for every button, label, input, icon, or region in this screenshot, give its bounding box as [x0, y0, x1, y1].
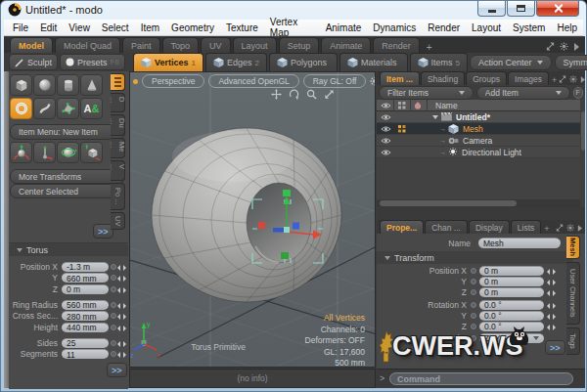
rotate-tool-button[interactable] [57, 142, 79, 163]
torus-mesh[interactable] [152, 128, 341, 302]
channel-dot-icon[interactable] [111, 313, 116, 319]
action-center-dropdown[interactable]: Action Center [470, 55, 552, 70]
side-tab-duplicate-1[interactable]: D ... [111, 93, 125, 112]
channel-dot-icon[interactable] [111, 264, 116, 270]
layout-tab-setup[interactable]: Setup [279, 37, 320, 53]
tab-display[interactable]: Display [469, 220, 510, 234]
tab-channels[interactable]: Chan ... [425, 220, 468, 234]
torus-section-header[interactable]: Torus [9, 243, 128, 256]
menu-dynamics[interactable]: Dynamics [367, 22, 422, 33]
mini-slider-icon[interactable] [117, 339, 126, 347]
layout-tab-render[interactable]: Render [373, 37, 420, 53]
position-y-field[interactable]: 660 mm [62, 273, 109, 283]
rotation-y-field[interactable]: 0.0 ° [479, 311, 544, 321]
mode-tab-polygons[interactable]: Polygons [269, 53, 338, 71]
viewport-tab-shading[interactable]: Advanced OpenGL [208, 74, 298, 88]
transform-section-header[interactable]: Transform [377, 251, 573, 264]
channel-dot-icon[interactable] [471, 289, 476, 295]
name-field[interactable]: Mesh [478, 238, 561, 248]
mini-slider-icon[interactable] [117, 285, 126, 293]
channel-dot-icon[interactable] [471, 335, 476, 341]
side-tab-vertex[interactable]: V ... [111, 160, 125, 181]
sculpt-button[interactable]: Sculpt [9, 54, 58, 70]
viewport-tab-perspective[interactable]: Perspective [142, 74, 204, 88]
item-row-camera[interactable]: → Camera [377, 135, 580, 147]
mini-slider-icon[interactable] [547, 288, 556, 296]
mini-slider-icon[interactable] [547, 301, 556, 309]
layout-tab-layout[interactable]: Layout [233, 37, 277, 53]
menu-system[interactable]: System [507, 22, 551, 33]
pen-polygon-tool-button[interactable] [57, 98, 79, 119]
side-tab-uv[interactable]: UV [111, 212, 125, 230]
render-grid-icon[interactable] [398, 125, 406, 133]
menu-edit[interactable]: Edit [34, 22, 63, 33]
item-row-scene[interactable]: Untitled* [377, 111, 580, 123]
eye-icon[interactable] [381, 137, 391, 145]
panel-menu-arrow-icon[interactable] [577, 225, 582, 232]
order-dropdown[interactable]: ZXY [479, 333, 544, 343]
gear-icon[interactable] [566, 224, 574, 232]
sides-field[interactable]: 25 [62, 338, 109, 348]
close-button[interactable] [536, 1, 579, 17]
gear-icon[interactable] [569, 75, 577, 83]
mini-slider-icon[interactable] [547, 312, 556, 320]
mode-tab-items[interactable]: Items5 [410, 53, 468, 71]
expand-panel-icon[interactable] [556, 224, 564, 232]
mini-slider-icon[interactable] [117, 301, 126, 309]
layout-tab-uv[interactable]: UV [201, 37, 231, 53]
channel-dot-icon[interactable] [471, 268, 476, 274]
zoom-icon[interactable] [306, 89, 317, 100]
expand-panel-icon[interactable] [546, 42, 555, 51]
segments-field[interactable]: 11 [62, 349, 109, 359]
cross-section-field[interactable]: 280 mm [62, 311, 109, 321]
tab-lists[interactable]: Lists [511, 220, 541, 234]
menu-layout[interactable]: Layout [466, 22, 507, 33]
mini-slider-icon[interactable] [117, 263, 126, 271]
viewport-state-dot-icon[interactable] [133, 79, 138, 84]
side-tab-mesh-edit[interactable]: Me ... [111, 138, 125, 158]
menu-view[interactable]: View [63, 22, 96, 33]
channel-dot-icon[interactable] [471, 279, 476, 284]
channel-dot-icon[interactable] [471, 302, 476, 308]
menu-animate[interactable]: Animate [320, 22, 368, 33]
menu-item[interactable]: Item [135, 22, 165, 33]
command-input[interactable] [389, 372, 573, 385]
position-z-field[interactable]: 0 m [479, 287, 544, 297]
mini-slider-icon[interactable] [117, 312, 126, 320]
menu-geometry[interactable]: Geometry [165, 22, 220, 33]
channel-dot-icon[interactable] [471, 313, 476, 319]
viewport-tab-raygl[interactable]: Ray GL: Off [303, 74, 367, 88]
expander-icon[interactable] [432, 115, 438, 119]
scrollbar-thumb[interactable] [581, 111, 585, 151]
cylinder-tool-button[interactable] [57, 74, 79, 96]
gear-icon[interactable] [560, 42, 568, 51]
text-tool-button[interactable]: A& [80, 98, 103, 119]
mode-tab-edges[interactable]: Edges2 [205, 53, 267, 71]
layout-tab-topo[interactable]: Topo [162, 37, 200, 53]
sphere-tool-button[interactable] [33, 74, 56, 96]
item-row-mesh[interactable]: → Mesh [377, 123, 580, 135]
presets-button[interactable]: Presets F6 [60, 54, 125, 70]
add-item-dropdown[interactable]: Add Item [476, 86, 570, 100]
channel-dot-icon[interactable] [111, 275, 116, 281]
tab-properties[interactable]: Prope... [380, 220, 424, 234]
ring-radius-field[interactable]: 560 mm [62, 300, 109, 310]
channel-dot-icon[interactable] [111, 302, 116, 308]
channel-dot-icon[interactable] [111, 340, 116, 346]
menu-file[interactable]: File [7, 22, 34, 33]
transform-tool-button[interactable] [80, 142, 103, 163]
torus-tool-button[interactable] [10, 98, 32, 119]
center-selected-dropdown[interactable]: Center Selected [10, 184, 125, 198]
cone-tool-button[interactable] [80, 74, 103, 96]
viewport-3d[interactable]: y x z Perspective Advanced OpenGL Ray GL… [129, 71, 376, 368]
layout-tab-animate[interactable]: Animate [321, 37, 371, 53]
add-tab-button[interactable]: + [550, 75, 559, 85]
eye-icon[interactable] [381, 113, 391, 121]
layout-tab-model-quad[interactable]: Model Quad [55, 37, 120, 53]
rotation-x-field[interactable]: 0.0 ° [479, 300, 544, 310]
torus-panel-overflow-button[interactable]: >> [107, 363, 127, 377]
height-field[interactable]: 440 mm [62, 323, 109, 332]
item-row-directional-light[interactable]: → Directional Light [377, 147, 580, 158]
side-tab-tags[interactable]: Tags [566, 327, 580, 355]
properties-overflow-button[interactable]: >> [545, 340, 565, 355]
